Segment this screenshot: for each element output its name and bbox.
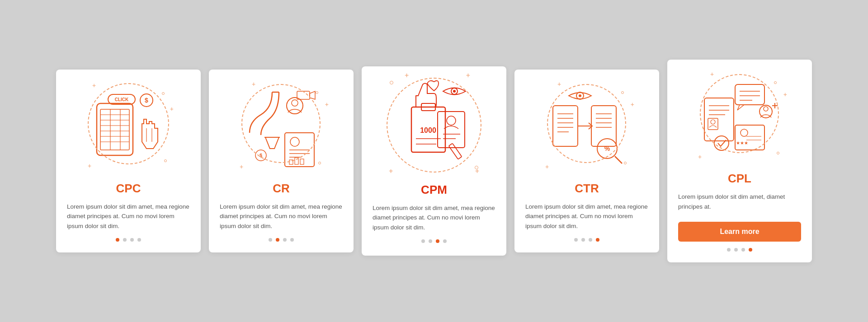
ctr-title: CTR bbox=[575, 182, 599, 196]
ctr-body: Lorem ipsum dolor sit dim amet, mea regi… bbox=[525, 202, 648, 231]
cpc-body: Lorem ipsum dolor sit dim amet, mea regi… bbox=[67, 202, 190, 231]
dot-3 bbox=[130, 238, 134, 242]
card-cpl: + + + bbox=[667, 60, 812, 262]
dot-3 bbox=[741, 248, 745, 252]
dot-2 bbox=[123, 238, 127, 242]
cpl-illustration: + + + bbox=[690, 69, 789, 168]
card-ctr: + + + bbox=[514, 70, 659, 253]
dot-1 bbox=[269, 238, 272, 242]
cpc-title: CPC bbox=[116, 182, 141, 196]
cpm-illustration: + + + + 1000 bbox=[380, 71, 488, 179]
dot-1 bbox=[116, 238, 119, 242]
cr-illustration: + + + bbox=[231, 79, 331, 178]
dot-3 bbox=[589, 238, 592, 242]
card-cpm: + + + + 1000 bbox=[362, 66, 506, 256]
card-cpc: + + + CLICK bbox=[56, 70, 201, 253]
dot-2 bbox=[276, 238, 279, 242]
dot-4 bbox=[749, 248, 752, 252]
dot-2 bbox=[429, 239, 432, 243]
dot-4 bbox=[290, 238, 294, 242]
dot-1 bbox=[727, 248, 731, 252]
dot-4 bbox=[443, 239, 447, 243]
ctr-illustration: + + + bbox=[537, 79, 637, 178]
cpm-dots bbox=[421, 239, 447, 243]
svg-line-59 bbox=[615, 156, 622, 163]
cpm-title: CPM bbox=[421, 183, 447, 197]
cpl-body: Lorem ipsum dolor sit dim amet, diamet p… bbox=[678, 192, 801, 211]
dot-1 bbox=[421, 239, 425, 243]
dot-4 bbox=[137, 238, 141, 242]
svg-rect-27 bbox=[300, 159, 304, 164]
dot-2 bbox=[581, 238, 585, 242]
cr-dots bbox=[269, 238, 294, 242]
dot-1 bbox=[574, 238, 578, 242]
cards-container: + + + CLICK bbox=[38, 46, 830, 275]
cpm-body: Lorem ipsum dolor sit dim amet, mea regi… bbox=[373, 203, 495, 233]
dot-4 bbox=[596, 238, 599, 242]
dot-3 bbox=[283, 238, 287, 242]
cpc-illustration: + + + CLICK bbox=[79, 79, 178, 178]
cpl-dots bbox=[727, 248, 752, 252]
dot-3 bbox=[436, 239, 439, 243]
cpc-dots bbox=[116, 238, 141, 242]
learn-more-button[interactable]: Learn more bbox=[678, 222, 801, 242]
cr-title: CR bbox=[273, 182, 290, 196]
ctr-dots bbox=[574, 238, 599, 242]
dot-2 bbox=[734, 248, 738, 252]
card-cr: + + + bbox=[209, 70, 354, 253]
cpl-title: CPL bbox=[728, 172, 751, 186]
cr-body: Lorem ipsum dolor sit dim amet, mea regi… bbox=[220, 202, 343, 231]
